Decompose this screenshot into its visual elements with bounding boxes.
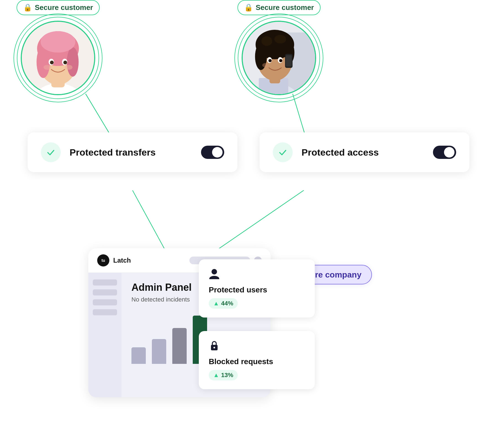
- svg-rect-22: [270, 73, 281, 83]
- svg-point-34: [282, 63, 288, 67]
- access-toggle-knob: [444, 147, 454, 158]
- avatar-ring-left: [21, 21, 95, 95]
- svg-point-37: [212, 269, 217, 274]
- secure-badge-left-label: Secure customer: [35, 3, 93, 12]
- svg-rect-35: [285, 54, 293, 68]
- check-circle-access: [273, 142, 293, 162]
- svg-rect-21: [259, 78, 289, 94]
- svg-point-15: [64, 61, 67, 65]
- svg-rect-19: [283, 33, 315, 94]
- arrow-up-icon-blocked: ▲: [213, 372, 219, 379]
- svg-point-11: [41, 31, 75, 53]
- avatar-img-left: [21, 21, 95, 95]
- scene: 🔒 Secure customer: [0, 0, 481, 448]
- svg-point-25: [255, 43, 267, 70]
- svg-point-24: [256, 30, 294, 59]
- svg-point-10: [67, 47, 79, 77]
- person-icon: [209, 268, 305, 282]
- stat-users-title: Protected users: [209, 286, 305, 294]
- stat-card-users: Protected users ▲ 44%: [199, 259, 315, 318]
- secure-badge-right-label: Secure customer: [256, 3, 314, 12]
- bar-3: [172, 328, 187, 364]
- sidebar-block-2: [93, 289, 117, 295]
- svg-point-9: [37, 46, 50, 78]
- stat-users-badge: ▲ 44%: [209, 298, 238, 309]
- svg-point-17: [65, 65, 73, 70]
- stat-blocked-title: Blocked requests: [209, 357, 305, 366]
- avatar-left: 🔒 Secure customer: [17, 0, 100, 95]
- svg-point-12: [49, 59, 54, 65]
- svg-point-33: [262, 63, 269, 67]
- sidebar-block-3: [93, 299, 117, 305]
- svg-point-8: [37, 31, 79, 66]
- svg-rect-36: [286, 55, 292, 66]
- svg-point-23: [258, 41, 292, 81]
- bar-1: [131, 347, 146, 364]
- svg-rect-6: [51, 74, 65, 87]
- sidebar-block-4: [93, 309, 117, 315]
- access-toggle[interactable]: [433, 146, 456, 159]
- svg-point-13: [62, 59, 67, 65]
- stat-blocked-percent: 13%: [221, 372, 233, 379]
- svg-point-5: [31, 83, 85, 94]
- lock-icon-blocked: [209, 340, 305, 353]
- stat-blocked-badge: ▲ 13%: [209, 370, 238, 380]
- stat-card-blocked: Blocked requests ▲ 13%: [199, 331, 315, 389]
- svg-point-31: [269, 59, 272, 62]
- tu-logo: tu: [97, 254, 109, 266]
- stat-users-percent: 44%: [221, 300, 233, 307]
- bar-2: [152, 339, 166, 364]
- transfers-label: Protected transfers: [70, 147, 192, 158]
- secure-badge-right: 🔒 Secure customer: [237, 0, 321, 15]
- svg-line-2: [133, 190, 166, 251]
- avatar-right: 🔒 Secure customer: [237, 0, 321, 95]
- check-circle-transfers: [41, 142, 61, 162]
- svg-point-14: [50, 61, 54, 65]
- svg-point-26: [285, 42, 295, 63]
- svg-point-28: [274, 35, 286, 44]
- access-label: Protected access: [302, 147, 424, 158]
- secure-badge-left: 🔒 Secure customer: [17, 0, 100, 15]
- lock-icon-right: 🔒: [244, 3, 253, 12]
- avatar-img-right: [242, 21, 316, 95]
- avatar-ring-right: [242, 21, 316, 95]
- svg-point-32: [279, 59, 282, 62]
- protected-access-card: Protected access: [260, 132, 469, 172]
- arrow-up-icon-users: ▲: [213, 300, 219, 307]
- transfers-toggle-knob: [212, 147, 223, 158]
- svg-rect-4: [22, 22, 94, 94]
- sidebar-block-1: [93, 279, 117, 286]
- svg-point-20: [248, 83, 302, 94]
- svg-point-38: [209, 276, 219, 279]
- protected-transfers-card: Protected transfers: [28, 132, 237, 172]
- transfers-toggle[interactable]: [201, 146, 224, 159]
- svg-rect-18: [243, 22, 315, 94]
- lock-icon-left: 🔒: [23, 3, 32, 12]
- svg-point-30: [278, 57, 283, 63]
- admin-sidebar: [88, 273, 121, 397]
- svg-point-29: [267, 57, 272, 63]
- svg-point-27: [261, 36, 272, 46]
- admin-brand: Latch: [113, 257, 131, 264]
- svg-point-7: [39, 42, 77, 85]
- svg-point-40: [213, 347, 215, 348]
- svg-line-3: [215, 190, 304, 251]
- svg-point-16: [44, 65, 51, 70]
